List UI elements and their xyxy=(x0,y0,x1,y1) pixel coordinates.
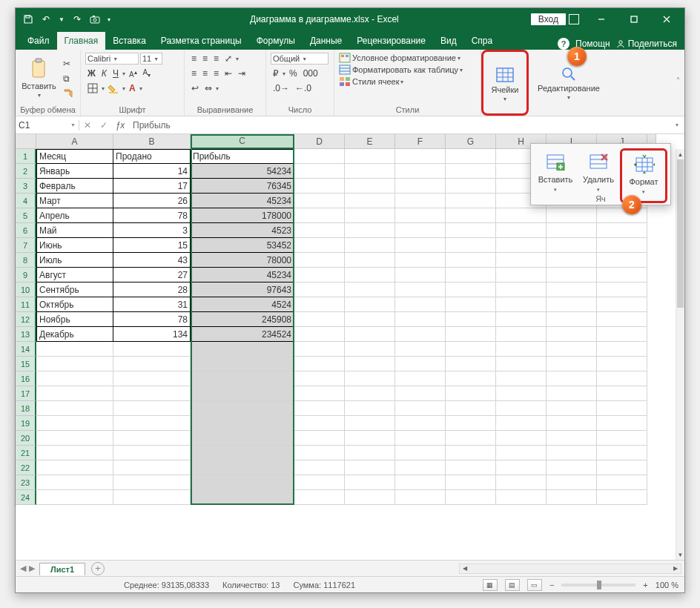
cell-A7[interactable]: Июнь xyxy=(36,238,113,253)
row-header-18[interactable]: 18 xyxy=(16,401,36,416)
row-header-13[interactable]: 13 xyxy=(16,327,36,342)
cell-C20[interactable] xyxy=(191,431,294,446)
cell-F4[interactable] xyxy=(395,194,446,208)
conditional-formatting-button[interactable]: Условное форматирование▾ xyxy=(339,53,460,63)
cell-E14[interactable] xyxy=(345,342,395,357)
cell-B8[interactable]: 43 xyxy=(113,253,191,268)
row-header-16[interactable]: 16 xyxy=(16,371,36,386)
chevron-down-icon[interactable]: ▾ xyxy=(236,56,239,62)
cell-I15[interactable] xyxy=(547,357,597,371)
cell-A16[interactable] xyxy=(36,371,113,386)
cell-F14[interactable] xyxy=(395,342,446,357)
cell-D9[interactable] xyxy=(294,268,345,282)
cell-H8[interactable] xyxy=(496,253,547,268)
sheet-next-icon[interactable]: ▶ xyxy=(29,564,35,573)
cell-E16[interactable] xyxy=(345,371,395,386)
chevron-down-icon[interactable]: ▾ xyxy=(122,85,125,92)
tab-insert[interactable]: Вставка xyxy=(105,32,153,50)
cell-G1[interactable] xyxy=(446,149,496,164)
qat-customize-icon[interactable]: ▾ xyxy=(108,16,110,23)
cell-G6[interactable] xyxy=(446,223,496,238)
cell-D5[interactable] xyxy=(294,208,345,223)
cell-J6[interactable] xyxy=(597,223,647,238)
cell-C17[interactable] xyxy=(191,386,294,401)
cell-J16[interactable] xyxy=(597,371,647,386)
cell-I21[interactable] xyxy=(547,446,597,460)
cell-I14[interactable] xyxy=(547,342,597,357)
cell-A13[interactable]: Декабрь xyxy=(36,327,113,342)
cell-D24[interactable] xyxy=(294,490,345,505)
cell-A18[interactable] xyxy=(36,401,113,416)
cell-F21[interactable] xyxy=(395,446,446,460)
cell-G15[interactable] xyxy=(446,357,496,371)
scroll-down-icon[interactable]: ▼ xyxy=(676,549,684,560)
cell-F13[interactable] xyxy=(395,327,446,342)
cell-C4[interactable]: 45234 xyxy=(191,194,294,208)
cell-B21[interactable] xyxy=(113,446,191,460)
cell-F10[interactable] xyxy=(395,282,446,297)
cell-E8[interactable] xyxy=(345,253,395,268)
cell-G13[interactable] xyxy=(446,327,496,342)
cell-A23[interactable] xyxy=(36,475,113,490)
cell-C5[interactable]: 178000 xyxy=(191,208,294,223)
cell-J23[interactable] xyxy=(597,475,647,490)
sheet-nav[interactable]: ◀▶ xyxy=(16,564,39,573)
cell-D19[interactable] xyxy=(294,416,345,431)
enter-formula-icon[interactable]: ✓ xyxy=(96,120,112,130)
view-page-break-icon[interactable]: ▭ xyxy=(527,579,542,591)
col-header-A[interactable]: A xyxy=(36,134,113,149)
cell-C21[interactable] xyxy=(191,446,294,460)
tab-home[interactable]: Главная xyxy=(57,32,106,50)
new-sheet-button[interactable]: + xyxy=(91,562,105,575)
cell-J5[interactable] xyxy=(597,208,647,223)
decrease-indent-icon[interactable]: ⇤ xyxy=(222,67,234,79)
cell-I7[interactable] xyxy=(547,238,597,253)
cell-I19[interactable] xyxy=(547,416,597,431)
row-header-10[interactable]: 10 xyxy=(16,282,36,297)
cell-J19[interactable] xyxy=(597,416,647,431)
align-right-icon[interactable]: ≡ xyxy=(211,67,221,79)
cell-A15[interactable] xyxy=(36,357,113,371)
cell-C16[interactable] xyxy=(191,371,294,386)
cell-D14[interactable] xyxy=(294,342,345,357)
cell-E21[interactable] xyxy=(345,446,395,460)
cell-I20[interactable] xyxy=(547,431,597,446)
cell-A1[interactable]: Месяц xyxy=(36,149,113,164)
cell-C7[interactable]: 53452 xyxy=(191,238,294,253)
cell-D3[interactable] xyxy=(294,179,345,194)
number-format-combo[interactable]: Общий▼ xyxy=(271,53,328,65)
row-header-6[interactable]: 6 xyxy=(16,223,36,238)
font-size-combo[interactable]: 11▼ xyxy=(140,53,162,65)
cell-I9[interactable] xyxy=(547,268,597,282)
cell-F5[interactable] xyxy=(395,208,446,223)
cell-I17[interactable] xyxy=(547,386,597,401)
align-center-icon[interactable]: ≡ xyxy=(200,67,210,79)
cell-I11[interactable] xyxy=(547,297,597,312)
cell-I22[interactable] xyxy=(547,460,597,475)
cells-dropdown-button[interactable]: Ячейки ▾ xyxy=(489,65,522,104)
cell-J13[interactable] xyxy=(597,327,647,342)
cell-D4[interactable] xyxy=(294,194,345,208)
col-header-C[interactable]: C xyxy=(191,134,294,149)
cell-D11[interactable] xyxy=(294,297,345,312)
editing-button[interactable]: Редактирование ▾ xyxy=(535,65,603,102)
cell-J14[interactable] xyxy=(597,342,647,357)
group-cells[interactable]: Ячейки ▾ xyxy=(481,50,529,116)
cell-G19[interactable] xyxy=(446,416,496,431)
cell-styles-button[interactable]: Стили ячеек▾ xyxy=(339,76,403,87)
expand-formula-bar-icon[interactable]: ▾ xyxy=(670,122,684,128)
cell-C10[interactable]: 97643 xyxy=(191,282,294,297)
cell-E10[interactable] xyxy=(345,282,395,297)
cell-G12[interactable] xyxy=(446,312,496,327)
cell-J22[interactable] xyxy=(597,460,647,475)
cell-G5[interactable] xyxy=(446,208,496,223)
cell-G20[interactable] xyxy=(446,431,496,446)
row-header-14[interactable]: 14 xyxy=(16,342,36,357)
cell-J7[interactable] xyxy=(597,238,647,253)
cell-F16[interactable] xyxy=(395,371,446,386)
scroll-left-icon[interactable]: ◀ xyxy=(460,564,470,573)
row-header-19[interactable]: 19 xyxy=(16,416,36,431)
cell-E24[interactable] xyxy=(345,490,395,505)
align-left-icon[interactable]: ≡ xyxy=(189,67,199,79)
view-page-layout-icon[interactable]: ▤ xyxy=(505,579,520,591)
